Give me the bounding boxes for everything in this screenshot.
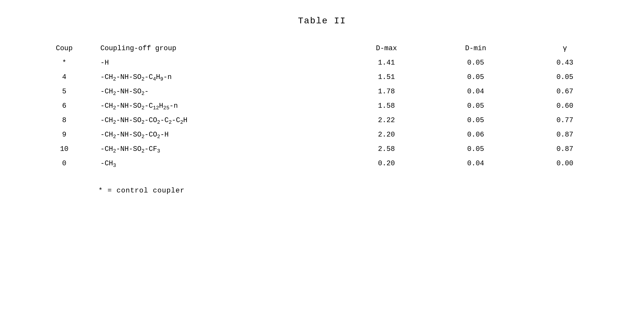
cell-gamma: 0.05 — [520, 70, 610, 84]
cell-group: -H — [94, 56, 342, 70]
page-container: Table II Coup Coupling-off group D-max D… — [34, 10, 610, 201]
cell-dmin: 0.06 — [431, 128, 520, 142]
cell-coup: 5 — [34, 84, 94, 99]
table-row: 5-CH2-NH-SO2-1.780.040.67 — [34, 84, 610, 99]
cell-dmax: 2.20 — [342, 128, 431, 142]
cell-gamma: 0.87 — [520, 128, 610, 142]
cell-coup: 9 — [34, 128, 94, 142]
table-row: 10-CH2-NH-SO2-CF32.580.050.87 — [34, 142, 610, 156]
cell-dmax: 2.58 — [342, 142, 431, 156]
cell-coup: 6 — [34, 99, 94, 113]
cell-group: -CH2-NH-SO2-CO2-C2-C2H — [94, 113, 342, 128]
footnote: * = control coupler — [34, 187, 610, 195]
table-row: 9-CH2-NH-SO2-CO2-H2.200.060.87 — [34, 128, 610, 142]
table-row: 6-CH2-NH-SO2-C12H25-n1.580.050.60 — [34, 99, 610, 113]
cell-group: -CH2-NH-SO2- — [94, 84, 342, 99]
cell-dmax: 2.22 — [342, 113, 431, 128]
table-row: 0-CH30.200.040.00 — [34, 156, 610, 171]
cell-dmax: 1.58 — [342, 99, 431, 113]
cell-gamma: 0.67 — [520, 84, 610, 99]
table-header-row: Coup Coupling-off group D-max D-min γ — [34, 42, 610, 56]
cell-dmax: 0.20 — [342, 156, 431, 171]
cell-group: -CH2-NH-SO2-C4H9-n — [94, 70, 342, 84]
cell-dmax: 1.78 — [342, 84, 431, 99]
cell-coup: 10 — [34, 142, 94, 156]
table-row: *-H1.410.050.43 — [34, 56, 610, 70]
cell-dmin: 0.05 — [431, 113, 520, 128]
cell-coup: 4 — [34, 70, 94, 84]
col-header-coup: Coup — [34, 42, 94, 56]
cell-dmax: 1.41 — [342, 56, 431, 70]
cell-group: -CH3 — [94, 156, 342, 171]
cell-coup: 8 — [34, 113, 94, 128]
cell-gamma: 0.87 — [520, 142, 610, 156]
col-header-dmin: D-min — [431, 42, 520, 56]
col-header-dmax: D-max — [342, 42, 431, 56]
cell-gamma: 0.77 — [520, 113, 610, 128]
table-row: 8-CH2-NH-SO2-CO2-C2-C2H2.220.050.77 — [34, 113, 610, 128]
cell-group: -CH2-NH-SO2-C12H25-n — [94, 99, 342, 113]
cell-coup: * — [34, 56, 94, 70]
cell-dmin: 0.04 — [431, 156, 520, 171]
col-header-coupling-off-group: Coupling-off group — [94, 42, 342, 56]
data-table: Coup Coupling-off group D-max D-min γ *-… — [34, 42, 610, 171]
table-title: Table II — [34, 16, 610, 26]
col-header-gamma: γ — [520, 42, 610, 56]
cell-dmin: 0.05 — [431, 56, 520, 70]
cell-group: -CH2-NH-SO2-CO2-H — [94, 128, 342, 142]
cell-gamma: 0.43 — [520, 56, 610, 70]
cell-dmin: 0.05 — [431, 99, 520, 113]
cell-coup: 0 — [34, 156, 94, 171]
cell-gamma: 0.60 — [520, 99, 610, 113]
table-row: 4-CH2-NH-SO2-C4H9-n1.510.050.05 — [34, 70, 610, 84]
cell-dmax: 1.51 — [342, 70, 431, 84]
cell-dmin: 0.05 — [431, 70, 520, 84]
cell-dmin: 0.05 — [431, 142, 520, 156]
cell-group: -CH2-NH-SO2-CF3 — [94, 142, 342, 156]
cell-gamma: 0.00 — [520, 156, 610, 171]
cell-dmin: 0.04 — [431, 84, 520, 99]
